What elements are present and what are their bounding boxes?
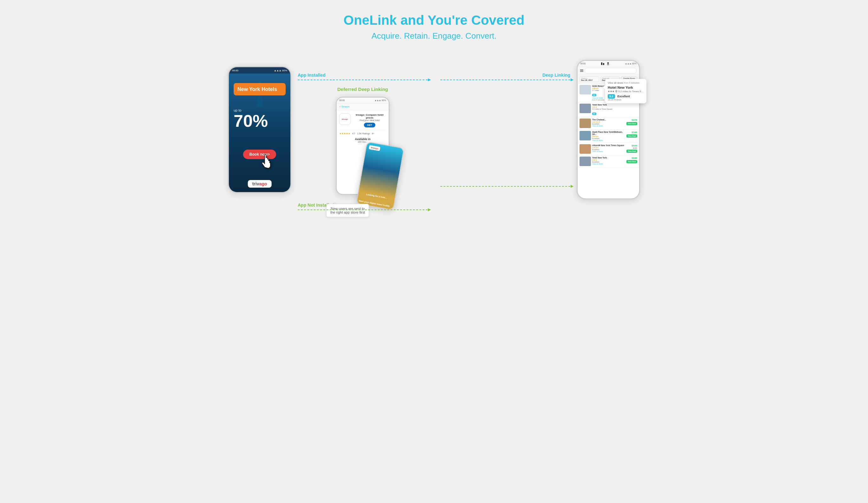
- hotel-price-6: $230: [627, 157, 637, 159]
- hotel-dist-2: 0.2 miles to Times Square: [592, 108, 637, 110]
- hotel-name-3: The Chatwal...: [592, 118, 625, 121]
- app-installed-line: [298, 80, 428, 80]
- app-info: trivago: Compare hotel prices Find your …: [353, 114, 386, 127]
- hotel-img-6: [579, 157, 591, 166]
- discount-prefix: up to: [234, 108, 286, 112]
- status-signal-left: ▲▲▲ 80%: [274, 69, 287, 72]
- hotel-deal-btn-4[interactable]: View Deal: [627, 134, 637, 138]
- status-bar-right: 08:60 ▲▲▲ 80%: [578, 61, 639, 66]
- svg-rect-12: [580, 71, 583, 72]
- svg-rect-2: [257, 97, 258, 106]
- hotel-img-3: [579, 118, 591, 128]
- hotel-stars-2: ★★★: [592, 106, 637, 108]
- person-icon: [607, 62, 610, 65]
- get-button[interactable]: GET: [364, 123, 375, 127]
- deep-linking-dashed: [440, 80, 570, 80]
- tooltip-text: New users are sent tothe right app store…: [330, 207, 365, 214]
- hotel-stars-5: ★★★★: [592, 146, 625, 149]
- svg-rect-7: [601, 62, 602, 65]
- ad-title: New York Hotels: [237, 86, 277, 92]
- hotel-price-col-4: $348 View Deal: [627, 131, 637, 142]
- app-icon: trivago: [339, 114, 351, 125]
- deferred-label: Deferred Deep Linking: [298, 86, 428, 92]
- hotel-name-5: citizenM New York Times Square: [592, 144, 625, 146]
- cursor-icon: [258, 153, 274, 177]
- logo-text-1: triv: [252, 181, 259, 186]
- hotel-price-col-3: $278 View Deal: [627, 118, 637, 128]
- hotel-info-6: Yotel New York ★★★ Excellent View all de…: [592, 157, 625, 166]
- hotel-item: Yotel New York ★★★ 0.2 miles to Times Sq…: [578, 102, 639, 117]
- checkin-box[interactable]: Check-in Dec 28, 2017: [579, 76, 599, 82]
- back-btn[interactable]: < Search: [339, 105, 349, 108]
- right-bottom-dashed: [440, 186, 570, 187]
- hotel-viewall-4[interactable]: View all deals: [592, 139, 625, 142]
- hotel-img-2: [579, 104, 591, 113]
- logo-text-2: ago: [259, 181, 267, 186]
- hotel-img-1: [579, 85, 591, 94]
- hotel-badge-2: $5: [592, 113, 596, 115]
- hotel-stars-3: ★★★★★: [592, 121, 625, 123]
- deferred-area: Deferred Deep Linking 08:60 ▲▲▲ 80% < Se…: [298, 86, 428, 196]
- hotel-name-6: Yotel New York: [592, 157, 625, 159]
- popup-card: View all deals from 5 websites Hotel New…: [605, 79, 647, 103]
- hotel-price-col-6: $230 View Deal: [627, 157, 637, 166]
- app-installed-arrow: App Installed: [298, 73, 428, 80]
- svg-rect-8: [603, 63, 604, 65]
- hotel-item: citizenM New York Times Square ★★★★ Exce…: [578, 143, 639, 155]
- hotel-info-5: citizenM New York Times Square ★★★★ Exce…: [592, 144, 625, 154]
- available-count: 190 cou...: [339, 141, 386, 143]
- phone-bg-left: New York Hotels up to 70% Book now> triv…: [229, 74, 290, 193]
- app-header: trivago trivago: Compare hotel prices Fi…: [339, 114, 386, 127]
- right-phone-wrapper: 08:60 ▲▲▲ 80% Check-in: [577, 60, 640, 199]
- status-bar-center: 08:60 ▲▲▲ 80%: [337, 98, 389, 103]
- status-time-left: 08:60: [232, 69, 238, 72]
- hotel-name-2: Yotel New York: [592, 104, 637, 106]
- tooltip-box: New users are sent tothe right app store…: [326, 204, 369, 217]
- hotel-info-2: Yotel New York ★★★ 0.2 miles to Times Sq…: [592, 104, 637, 116]
- nav-bar-center: < Search: [337, 103, 389, 110]
- deep-linking-label: Deep Linking: [440, 73, 570, 78]
- app-name: trivago: Compare hotel prices: [353, 114, 386, 119]
- app-rating: 4.7: [352, 133, 355, 135]
- space: [440, 80, 570, 186]
- app-not-installed-dashed: [298, 210, 428, 210]
- popup-rating-row: 9.5 Excellent: [608, 94, 644, 98]
- overlay-logo: trivago: [369, 145, 380, 151]
- hotel-viewall-6[interactable]: View all deals: [592, 163, 625, 165]
- hotel-img-4: [579, 131, 591, 140]
- hotel-viewall-5[interactable]: View all deals: [592, 150, 625, 153]
- popup-excellent: Excellent: [618, 95, 630, 98]
- menu-icon[interactable]: [580, 69, 583, 72]
- map-icon: [601, 62, 605, 65]
- svg-rect-10: [580, 70, 583, 70]
- app-content: trivago trivago: Compare hotel prices Fi…: [337, 110, 389, 146]
- right-bottom-line: [440, 186, 570, 187]
- hotel-deal-btn-5[interactable]: View Deal: [627, 150, 637, 153]
- app-stars: ★★★★★: [339, 132, 350, 135]
- app-installed-label: App Installed: [298, 73, 428, 78]
- page-header: OneLink and You're Covered Acquire. Reta…: [344, 13, 525, 41]
- hotel-price-3: $278: [627, 118, 637, 122]
- status-bar-left: 08:60 ▲▲▲ 80%: [229, 67, 290, 74]
- arrows-col: App Installed Deferred Deep Linking 08:6…: [291, 60, 434, 199]
- page-subtitle: Acquire. Retain. Engage. Convert.: [344, 31, 525, 41]
- status-signal-right: ▲▲▲ 80%: [625, 62, 637, 65]
- hotel-viewall-3[interactable]: View all deals: [592, 125, 625, 127]
- svg-rect-3: [261, 97, 262, 106]
- status-signal-center: ▲▲▲ 80%: [374, 99, 386, 102]
- hotel-stars-4: ★★★★: [592, 135, 625, 138]
- right-arrows-col: Deep Linking: [434, 60, 577, 199]
- hotel-info-4: Hyatt Place New York/Midtown-So... ★★★★ …: [592, 131, 625, 142]
- app-not-installed-line: [298, 210, 428, 210]
- popup-from: from 5 websites: [624, 82, 639, 84]
- left-phone: 08:60 ▲▲▲ 80% New York Hotels: [228, 66, 291, 193]
- deep-linking-line: [440, 80, 570, 80]
- center-phone-container: 08:60 ▲▲▲ 80% < Search trivago: [336, 97, 390, 195]
- hotel-deal-btn-6[interactable]: View Deal: [627, 160, 637, 163]
- svg-rect-11: [580, 70, 583, 71]
- status-icons: [601, 62, 610, 65]
- hotel-deal-btn-3[interactable]: View Deal: [627, 122, 637, 125]
- discount-area: up to 70%: [234, 108, 286, 129]
- hotel-item: Hyatt Place New York/Midtown-So... ★★★★ …: [578, 130, 639, 143]
- search-input-right[interactable]: [585, 68, 637, 74]
